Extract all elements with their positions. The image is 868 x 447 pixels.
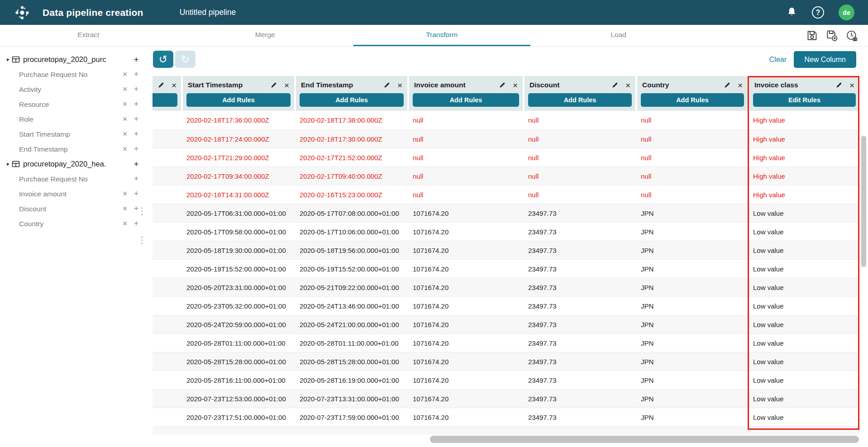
- cell-start-timestamp: 2020-05-17T09:58:00.000+01:00: [183, 223, 296, 241]
- remove-column-icon[interactable]: ×: [121, 144, 129, 154]
- tab-transform[interactable]: Transform: [353, 25, 530, 46]
- save-icon[interactable]: [806, 29, 818, 42]
- tab-load[interactable]: Load: [530, 25, 707, 46]
- tree-column-purchase-request-no[interactable]: Purchase Request No+: [0, 171, 149, 186]
- sidebar-resize-handle[interactable]: [141, 207, 143, 215]
- edit-column-icon[interactable]: [835, 81, 843, 89]
- cell-invoice-class: Low value: [749, 408, 859, 426]
- add-column-icon[interactable]: +: [132, 100, 140, 109]
- pipeline-step-tabs: ExtractMergeTransformLoad: [0, 25, 707, 46]
- pipeline-name[interactable]: Untitled pipeline: [180, 8, 236, 17]
- column-title: Invoice amount: [414, 81, 466, 89]
- add-column-icon[interactable]: +: [132, 144, 140, 154]
- sidebar-resize-handle[interactable]: [141, 236, 143, 244]
- edit-column-icon[interactable]: [157, 81, 165, 89]
- cell-country: null: [637, 148, 749, 166]
- edit-column-icon[interactable]: [383, 81, 391, 89]
- vertical-scrollbar[interactable]: [861, 136, 866, 267]
- add-rules-button[interactable]: Add Rules: [186, 93, 291, 107]
- cell-invoice-class: High value: [749, 130, 859, 148]
- add-column-icon[interactable]: +: [132, 174, 140, 184]
- tree-column-purchase-request-no[interactable]: Purchase Request No×+: [0, 67, 149, 82]
- remove-column-icon[interactable]: ×: [397, 81, 402, 90]
- cell-invoice-amount: 1071674.20: [409, 352, 525, 371]
- add-rules-button[interactable]: Add Rules: [641, 93, 744, 107]
- column-title: End Timestamp: [301, 81, 353, 89]
- tree-column-resource[interactable]: Resource×+: [0, 97, 149, 112]
- remove-column-icon[interactable]: ×: [849, 81, 854, 90]
- cell-blank: [153, 334, 183, 352]
- column-label: Purchase Request No: [19, 175, 88, 183]
- cell-invoice-amount: 1071674.20: [409, 223, 525, 241]
- collapse-caret-icon[interactable]: ▾: [4, 161, 12, 167]
- add-rules-button[interactable]: Add Rules: [413, 93, 519, 107]
- new-column-button[interactable]: New Column: [794, 51, 856, 68]
- cell-discount: null: [525, 185, 637, 204]
- cell-invoice-amount: 1071674.20: [409, 371, 525, 389]
- remove-column-icon[interactable]: ×: [738, 81, 743, 90]
- column-label: Discount: [19, 205, 46, 213]
- add-rules-button[interactable]: Add Rules: [153, 93, 177, 107]
- remove-column-icon[interactable]: ×: [121, 100, 129, 109]
- remove-column-icon[interactable]: ×: [121, 204, 129, 214]
- cell-end-timestamp: 2020-05-17T10:06:00.000+01:00: [296, 223, 409, 241]
- remove-column-icon[interactable]: ×: [121, 114, 129, 124]
- redo-button[interactable]: ↻: [175, 51, 196, 68]
- cell-discount: 23497.73: [525, 260, 637, 278]
- tree-column-country[interactable]: Country×+: [0, 216, 149, 231]
- tree-table-procuretopay-2020-purc[interactable]: ▾procuretopay_2020_purc+: [0, 52, 149, 67]
- undo-icon: ↺: [159, 54, 167, 65]
- tree-column-role[interactable]: Role×+: [0, 112, 149, 127]
- collapse-caret-icon[interactable]: ▾: [4, 57, 12, 63]
- add-column-icon[interactable]: +: [132, 129, 140, 139]
- tree-column-invoice-amount[interactable]: Invoice amount×+: [0, 186, 149, 201]
- add-column-icon[interactable]: +: [132, 189, 140, 199]
- remove-column-icon[interactable]: ×: [625, 81, 630, 90]
- tree-column-discount[interactable]: Discount×+: [0, 201, 149, 216]
- remove-column-icon[interactable]: ×: [121, 85, 129, 95]
- cell-start-timestamp: 2020-07-23T17:51:00.000+01:00: [183, 408, 296, 426]
- top-bar: Data pipeline creation Untitled pipeline…: [0, 0, 868, 25]
- clear-button[interactable]: Clear: [769, 56, 787, 64]
- add-rules-button[interactable]: Add Rules: [528, 93, 632, 107]
- edit-rules-button[interactable]: Edit Rules: [753, 93, 856, 107]
- tab-merge[interactable]: Merge: [177, 25, 354, 46]
- edit-column-icon[interactable]: [611, 81, 619, 89]
- save-as-icon[interactable]: [826, 29, 838, 42]
- tree-column-start-timestamp[interactable]: Start Timestamp×+: [0, 127, 149, 142]
- add-column-icon[interactable]: +: [132, 204, 140, 214]
- tree-column-end-timestamp[interactable]: End Timestamp×+: [0, 142, 149, 157]
- cell-discount: 23497.73: [525, 371, 637, 389]
- add-rules-button[interactable]: Add Rules: [300, 93, 404, 107]
- remove-column-icon[interactable]: ×: [121, 219, 129, 229]
- cell-start-timestamp: 2020-02-16T14:31:00.000Z: [183, 185, 296, 204]
- remove-column-icon[interactable]: ×: [121, 129, 129, 139]
- add-column-icon[interactable]: +: [132, 219, 140, 229]
- horizontal-scrollbar[interactable]: [430, 436, 859, 443]
- cell-invoice-class: Low value: [749, 334, 859, 352]
- tree-column-activity[interactable]: Activity×+: [0, 82, 149, 97]
- cell-end-timestamp: 2020-02-18T17:38:00.000Z: [296, 111, 409, 129]
- cell-country: JPN: [637, 408, 749, 426]
- edit-column-icon[interactable]: [724, 81, 731, 89]
- add-column-icon[interactable]: +: [132, 70, 140, 80]
- help-icon[interactable]: ?: [812, 6, 824, 19]
- notifications-bell-icon[interactable]: [786, 7, 797, 18]
- remove-column-icon[interactable]: ×: [172, 81, 176, 90]
- history-icon[interactable]: [846, 29, 858, 42]
- remove-column-icon[interactable]: ×: [121, 70, 129, 80]
- remove-column-icon[interactable]: ×: [121, 189, 129, 199]
- add-table-icon[interactable]: +: [132, 159, 140, 169]
- undo-button[interactable]: ↺: [153, 51, 173, 68]
- edit-column-icon[interactable]: [499, 81, 506, 89]
- tree-table-procuretopay-2020-hea-[interactable]: ▾procuretopay_2020_hea.+: [0, 157, 149, 171]
- edit-column-icon[interactable]: [270, 81, 277, 89]
- tab-extract[interactable]: Extract: [0, 25, 177, 46]
- add-column-icon[interactable]: +: [132, 85, 140, 95]
- remove-column-icon[interactable]: ×: [284, 81, 289, 90]
- add-column-icon[interactable]: +: [132, 114, 140, 124]
- add-table-icon[interactable]: +: [132, 55, 140, 65]
- user-avatar[interactable]: de: [839, 5, 854, 20]
- cell-blank: [153, 390, 183, 408]
- remove-column-icon[interactable]: ×: [513, 81, 518, 90]
